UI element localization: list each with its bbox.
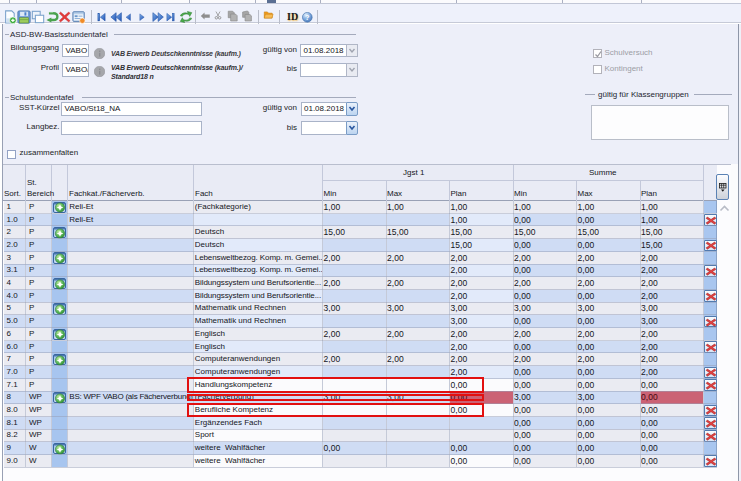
svg-text:?: ? (305, 12, 310, 21)
